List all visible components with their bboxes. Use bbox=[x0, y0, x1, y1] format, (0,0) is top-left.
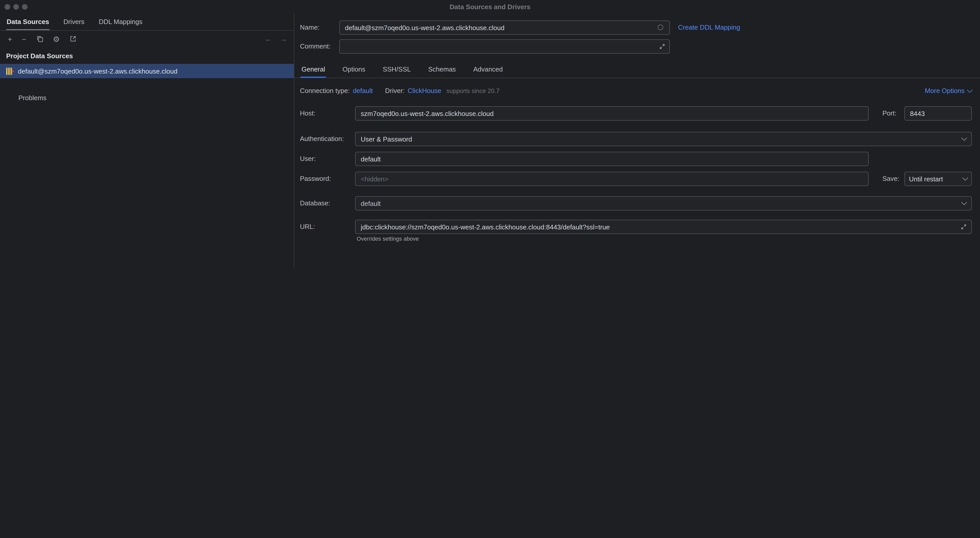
tab-schemas[interactable]: Schemas bbox=[427, 61, 457, 78]
save-value: Until restart bbox=[909, 175, 943, 183]
forward-icon[interactable]: → bbox=[280, 35, 287, 43]
window-title: Data Sources and Drivers bbox=[0, 0, 980, 14]
url-note: Overrides settings above bbox=[356, 236, 419, 242]
tab-advanced[interactable]: Advanced bbox=[472, 61, 504, 78]
chevron-down-icon bbox=[961, 135, 967, 141]
add-icon[interactable]: + bbox=[8, 35, 12, 43]
connection-type-label: Connection type: bbox=[300, 87, 350, 94]
more-options-link[interactable]: More Options bbox=[925, 87, 972, 94]
driver-value-link[interactable]: ClickHouse bbox=[408, 87, 441, 94]
save-select[interactable]: Until restart bbox=[904, 172, 972, 186]
tab-options[interactable]: Options bbox=[342, 61, 367, 78]
password-label: Password: bbox=[300, 175, 331, 182]
left-toolbar: + − ⚙ bbox=[0, 31, 76, 46]
connection-type-row: Connection type: default Driver: ClickHo… bbox=[300, 87, 500, 94]
more-options-text: More Options bbox=[925, 87, 965, 94]
data-sources-dialog: Data Sources and Drivers Data Sources Dr… bbox=[0, 0, 980, 269]
tab-drivers[interactable]: Drivers bbox=[63, 14, 85, 30]
connection-type-value[interactable]: default bbox=[353, 87, 373, 94]
project-data-sources-heading: Project Data Sources bbox=[6, 52, 73, 60]
tab-ssh-ssl[interactable]: SSH/SSL bbox=[382, 61, 412, 78]
save-label: Save: bbox=[882, 175, 899, 182]
left-tab-strip: Data Sources Drivers DDL Mappings bbox=[0, 14, 294, 31]
comment-label: Comment: bbox=[300, 42, 331, 50]
create-ddl-mapping-link[interactable]: Create DDL Mapping bbox=[678, 24, 740, 31]
user-input[interactable] bbox=[355, 152, 869, 166]
database-select[interactable]: default bbox=[355, 196, 972, 210]
duplicate-icon[interactable] bbox=[36, 35, 43, 42]
expand-icon[interactable] bbox=[961, 224, 967, 231]
left-nav-arrows: ← → bbox=[265, 31, 287, 46]
expand-icon[interactable] bbox=[659, 43, 665, 51]
data-source-name: default@szm7oqed0o.us-west-2.aws.clickho… bbox=[18, 67, 178, 75]
chevron-down-icon bbox=[963, 175, 968, 181]
data-source-list-item[interactable]: default@szm7oqed0o.us-west-2.aws.clickho… bbox=[0, 64, 294, 78]
authentication-select[interactable]: User & Password bbox=[355, 132, 972, 146]
password-input[interactable] bbox=[355, 172, 869, 186]
settings-tab-strip: General Options SSH/SSL Schemas Advanced bbox=[301, 61, 504, 78]
open-in-new-icon[interactable] bbox=[70, 35, 76, 42]
host-input[interactable] bbox=[355, 106, 869, 121]
driver-label: Driver: bbox=[385, 87, 405, 94]
authentication-value: User & Password bbox=[361, 135, 412, 143]
back-icon[interactable]: ← bbox=[265, 35, 272, 43]
tab-data-sources[interactable]: Data Sources bbox=[6, 14, 49, 30]
port-label: Port: bbox=[882, 109, 896, 117]
tabs-separator bbox=[294, 78, 980, 78]
url-input[interactable] bbox=[355, 220, 972, 234]
name-input[interactable] bbox=[339, 21, 670, 35]
url-label: URL: bbox=[300, 223, 315, 231]
tab-ddl-mappings[interactable]: DDL Mappings bbox=[99, 14, 143, 30]
authentication-label: Authentication: bbox=[300, 135, 344, 143]
panel-divider bbox=[294, 14, 294, 269]
gear-icon[interactable]: ⚙ bbox=[53, 35, 60, 43]
problems-label[interactable]: Problems bbox=[18, 94, 46, 102]
driver-note: supports since 20.7 bbox=[446, 88, 500, 94]
host-label: Host: bbox=[300, 109, 315, 117]
chevron-down-icon bbox=[967, 87, 973, 93]
name-label: Name: bbox=[300, 24, 320, 31]
tab-general[interactable]: General bbox=[301, 61, 326, 78]
chevron-down-icon bbox=[961, 199, 967, 205]
database-label: Database: bbox=[300, 199, 330, 207]
comment-input[interactable] bbox=[339, 39, 670, 54]
title-bar: Data Sources and Drivers bbox=[0, 0, 980, 14]
clickhouse-icon bbox=[6, 67, 14, 75]
name-status-icon bbox=[658, 24, 663, 30]
database-value: default bbox=[361, 199, 381, 207]
port-input[interactable] bbox=[904, 106, 972, 121]
user-label: User: bbox=[300, 155, 316, 162]
remove-icon[interactable]: − bbox=[22, 35, 27, 43]
